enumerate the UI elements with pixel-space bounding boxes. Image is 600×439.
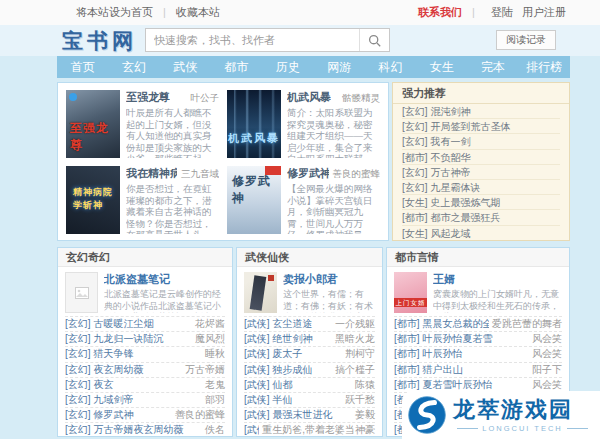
book-title-link[interactable]: [都市]叶辰孙怡 — [394, 347, 463, 361]
reading-record-button[interactable]: 阅读记录 — [496, 30, 556, 50]
recommend-item[interactable]: [都市]都市之最强狂兵 — [402, 210, 560, 225]
nav-item-ranking[interactable]: 排行榜 — [519, 56, 570, 78]
book-title-link[interactable]: [武侠]仙都 — [244, 378, 293, 392]
book-list-item[interactable]: [都市]黑晨女总裁的全能兵王最新 爱跳芭蕾的舞者 — [394, 316, 562, 331]
nav-item-xuanhuan[interactable]: 玄幻 — [108, 56, 159, 78]
search-input[interactable] — [146, 29, 359, 51]
nav-item-lishi[interactable]: 历史 — [262, 56, 313, 78]
book-title-link[interactable]: [玄幻]夜玄周幼薇 — [65, 363, 144, 377]
nav-item-wanben[interactable]: 完本 — [467, 56, 518, 78]
book-title-link[interactable]: 卖报小郎君 — [283, 272, 375, 287]
book-title-link[interactable]: [武侠]废太子 — [244, 347, 303, 361]
book-title-link[interactable]: 修罗武神 — [287, 166, 329, 181]
book-title-link[interactable]: [都市]叶辰孙怡夏若雪 — [394, 332, 493, 346]
book-cover[interactable]: 机武风暴 — [227, 90, 281, 158]
book-cover[interactable]: 至强龙尊 — [66, 90, 120, 158]
book-author: 黑暗火龙 — [335, 332, 375, 346]
featured-book-card[interactable]: 至强龙尊 至强龙尊 叶公子 叶辰是所有人都瞧不起的上门女婿，但没有人知道他的真实… — [62, 86, 223, 162]
book-title-link[interactable]: [武侠]玄尘道途 — [244, 317, 313, 331]
book-list-item[interactable]: [武侠]玄尘道途 一介残躯 — [244, 316, 375, 331]
book-title-link[interactable]: [玄幻]万古帝婿夜玄周幼薇 — [65, 423, 184, 437]
book-list-item[interactable]: [武侠]半仙 跃千愁 — [244, 392, 375, 407]
book-title-link[interactable]: [玄幻]古暖暖江尘烟 — [65, 317, 154, 331]
book-title-link[interactable]: [武侠]叶辰施一诺 — [244, 423, 259, 437]
book-info: 王婿 窝囊废物的上门女婿叶凡，无意中得到太极经和生死石的传承，自此开始了不一样的… — [433, 272, 562, 313]
book-title-link[interactable]: 机武风暴 — [287, 90, 331, 105]
category-tag: [武侠] — [244, 364, 270, 375]
book-title-link[interactable]: 北派盗墓笔记 — [104, 272, 225, 287]
book-title-link[interactable]: [玄幻]九龙归一诀陆沉 — [65, 332, 164, 346]
book-list-item[interactable]: [都市]夏若雪叶辰孙怡 风会笑 — [394, 377, 562, 392]
book-description: 叶辰是所有人都瞧不起的上门女婿，但没有人知道他的真实身份却是顶尖家族的大少爷，那… — [126, 107, 219, 158]
book-cover[interactable]: 精神病院学斩神 — [66, 166, 120, 234]
featured-book-card[interactable]: 精神病院学斩神 我在精神病院学斩神 三九音域 你是否想过，在霓虹璀璨的都市之下，… — [62, 162, 223, 238]
book-title-link[interactable]: [武侠]最强末世进化 — [244, 408, 333, 422]
book-author: 三九音域 — [181, 168, 219, 181]
book-list-item[interactable]: [武侠]独步成仙 搞个槿子 — [244, 362, 375, 377]
recommend-item[interactable]: [都市]不负韶华 — [402, 150, 560, 165]
book-list-item[interactable]: [玄幻]九域剑帝 部羽 — [65, 392, 225, 407]
book-list-item[interactable]: [玄幻]修罗武神 善良的蜜蜂 — [65, 407, 225, 422]
book-title-link[interactable]: [玄幻]修罗武神 — [65, 408, 134, 422]
set-home-link[interactable]: 将本站设为首页 — [76, 6, 153, 18]
book-info: 卖报小郎君 这个世界，有儒；有道；有佛；有妖；有术士。警校毕业的许七安幽幽醒来，… — [283, 272, 375, 313]
nav-item-wuxia[interactable]: 武侠 — [160, 56, 211, 78]
book-list-item[interactable]: [武侠]废太子 荆柯守 — [244, 346, 375, 361]
book-author: 阳子下 — [532, 363, 562, 377]
book-title-link[interactable]: [武侠]独步成仙 — [244, 363, 313, 377]
nav-item-dushi[interactable]: 都市 — [211, 56, 262, 78]
featured-book-card[interactable]: 机武风暴 机武风暴 骷髅精灵 简介：太阳系联盟为探究灵魂奥秘，秘密组建天才组织—… — [223, 86, 384, 162]
book-title-link[interactable]: [都市]猎户出山 — [394, 363, 463, 377]
recommend-item[interactable]: [女生]风起龙域 — [402, 226, 560, 241]
recommend-item[interactable]: [玄幻]混沌剑神 — [402, 104, 560, 119]
book-list-item[interactable]: [武侠]叶辰施一诺 重生奶爸,带着老婆当神豪 — [244, 422, 375, 437]
nav-item-wangyou[interactable]: 网游 — [313, 56, 364, 78]
book-title-link[interactable]: [玄幻]九域剑帝 — [65, 393, 134, 407]
book-list-item[interactable]: [玄幻]九龙归一诀陆沉 魔风烈 — [65, 331, 225, 346]
book-list-item[interactable]: [都市]叶辰孙怡夏若雪 风会笑 — [394, 331, 562, 346]
book-author: 叶公子 — [191, 92, 220, 105]
nav-item-home[interactable]: 首页 — [57, 56, 108, 78]
book-title-link[interactable]: 至强龙尊 — [126, 90, 170, 105]
book-info: 北派盗墓笔记 北派盗墓笔记是云峰创作的经典的小说作品北派盗墓笔记小兵提供北派盗墓… — [104, 272, 225, 313]
book-title-link[interactable]: [武侠]半仙 — [244, 393, 293, 407]
book-list-item[interactable]: [武侠]最强末世进化 姜毅 — [244, 407, 375, 422]
nav-item-nvsheng[interactable]: 女生 — [416, 56, 467, 78]
book-list-item[interactable]: [玄幻]古暖暖江尘烟 花烬酱 — [65, 316, 225, 331]
category-tag: [女生] — [402, 197, 428, 208]
section-featured-book[interactable]: 卖报小郎君 这个世界，有儒；有道；有佛；有妖；有术士。警校毕业的许七安幽幽醒来，… — [237, 267, 382, 316]
login-link[interactable]: 登陆 — [491, 6, 513, 18]
book-title-link[interactable]: [玄幻]夜玄 — [65, 378, 114, 392]
book-list-item[interactable]: [武侠]绝世剑神 黑暗火龙 — [244, 331, 375, 346]
book-title-link[interactable]: 王婿 — [433, 272, 562, 287]
book-title-link[interactable]: [都市]黑晨女总裁的全能兵王最新 — [394, 317, 489, 331]
register-link[interactable]: 用户注册 — [522, 6, 566, 18]
recommend-item[interactable]: [玄幻]开局签到荒古圣体 — [402, 119, 560, 134]
book-list-item[interactable]: [武侠]仙都 陈猿 — [244, 377, 375, 392]
book-title-link[interactable]: [玄幻]猎天争锋 — [65, 347, 134, 361]
recommend-item[interactable]: [玄幻]九星霸体诀 — [402, 180, 560, 195]
book-title-link[interactable]: [武侠]绝世剑神 — [244, 332, 313, 346]
book-cover[interactable]: 修罗武神 — [227, 166, 281, 234]
book-title-link[interactable]: [都市]夏若雪叶辰孙怡 — [394, 378, 493, 392]
section-featured-book[interactable]: 北派盗墓笔记 北派盗墓笔记是云峰创作的经典的小说作品北派盗墓笔记小兵提供北派盗墓… — [58, 267, 232, 316]
recommend-item[interactable]: [玄幻]万古神帝 — [402, 165, 560, 180]
section-featured-book[interactable]: 上门女婿 王婿 窝囊废物的上门女婿叶凡，无意中得到太极经和生死石的传承，自此开始… — [387, 267, 569, 316]
book-list-item[interactable]: [都市]叶辰孙怡 风会笑 — [394, 346, 562, 361]
book-list-item[interactable]: [玄幻]猎天争锋 睡秋 — [65, 346, 225, 361]
search-button[interactable] — [359, 29, 389, 51]
featured-book-card[interactable]: 修罗武神 修罗武神 善良的蜜蜂 【全网最火爆的网络小说】掌碎天宫镇日月，剑斩幽冥… — [223, 162, 384, 238]
site-logo[interactable]: 宝书网 — [62, 27, 137, 55]
book-list-item[interactable]: [都市]猎户出山 阳子下 — [394, 362, 562, 377]
recommend-item[interactable]: [玄幻]我有一剑 — [402, 134, 560, 149]
category-tag: [玄幻] — [65, 348, 91, 359]
book-title-link[interactable]: 我在精神病院学斩神 — [126, 166, 177, 181]
book-list-item[interactable]: [玄幻]夜玄周幼薇 万古帝婿 — [65, 362, 225, 377]
recommend-item[interactable]: [女生]史上最强炼气期 — [402, 195, 560, 210]
book-author: 荆柯守 — [345, 347, 375, 361]
nav-item-kehuan[interactable]: 科幻 — [365, 56, 416, 78]
contact-link[interactable]: 联系我们 — [418, 6, 462, 18]
favorite-link[interactable]: 收藏本站 — [176, 6, 220, 18]
book-list-item[interactable]: [玄幻]夜玄 老鬼 — [65, 377, 225, 392]
book-list-item[interactable]: [玄幻]万古帝婿夜玄周幼薇 佚名 — [65, 422, 225, 437]
